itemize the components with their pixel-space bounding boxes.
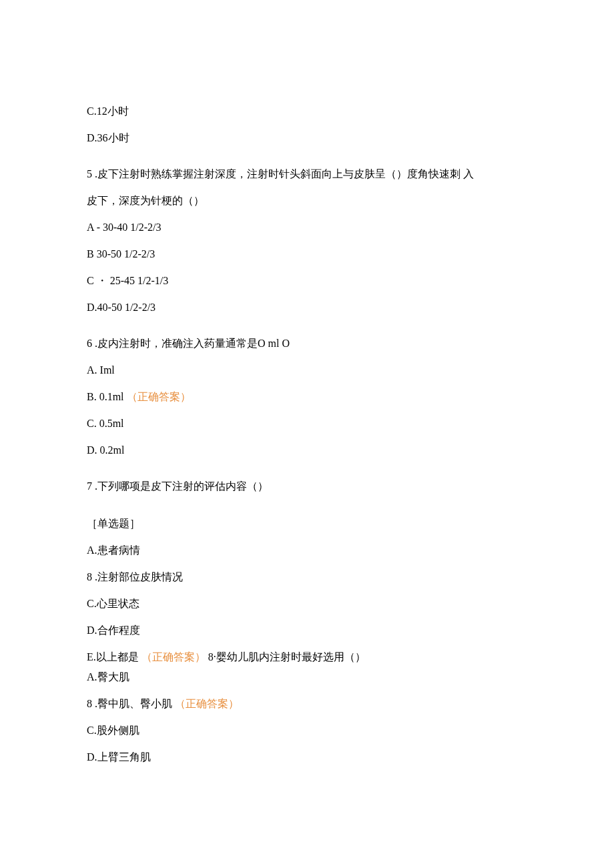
question-5-cont: 皮下，深度为针梗的（） [87, 193, 527, 209]
correct-answer-marker: （正确答案） [141, 651, 206, 663]
q6-option-c: C. 0.5ml [87, 416, 527, 432]
q7-option-d: D.合作程度 [87, 622, 527, 638]
question-7: 7 .下列哪项是皮下注射的评估内容（） [87, 478, 527, 494]
q5-option-b: B 30-50 1/2-2/3 [87, 246, 527, 262]
q8-option-c: C.股外侧肌 [87, 723, 527, 739]
q6-option-a: A. Iml [87, 362, 527, 378]
q8-option-a: A.臀大肌 [87, 669, 527, 685]
q5-option-d: D.40-50 1/2-2/3 [87, 300, 527, 316]
q5-option-a: A - 30-40 1/2-2/3 [87, 220, 527, 236]
correct-answer-marker: （正确答案） [175, 698, 239, 709]
q8-option-b: 8 .臀中肌、臀小肌 （正确答案） [87, 696, 527, 712]
q7-option-c: C.心里状态 [87, 596, 527, 612]
q7-option-e-text: E.以上都是 [87, 651, 139, 663]
question-6: 6 .皮内注射时，准确注入药量通常是O ml O [87, 336, 527, 352]
correct-answer-marker: （正确答案） [127, 391, 191, 402]
option-d: D.36小时 [87, 130, 527, 146]
q6-option-b-text: B. 0.1ml [87, 391, 124, 402]
question-type-label: ［单选题］ [87, 516, 527, 532]
q7-option-8: 8 .注射部位皮肤情况 [87, 569, 527, 585]
q8-option-d: D.上臂三角肌 [87, 749, 527, 765]
q8-option-b-text: 8 .臀中肌、臀小肌 [87, 698, 172, 709]
q6-option-b: B. 0.1ml （正确答案） [87, 389, 527, 405]
q6-option-d: D. 0.2ml [87, 442, 527, 458]
option-c: C.12小时 [87, 103, 527, 119]
q7-option-a: A.患者病情 [87, 542, 527, 558]
q5-option-c: C ・ 25-45 1/2-1/3 [87, 273, 527, 289]
q7-option-e-post: 8∙婴幼儿肌内注射时最好选用（） [208, 651, 366, 663]
question-5: 5 .皮下注射时熟练掌握注射深度，注射时针头斜面向上与皮肤呈（）度角快速刺 入 [87, 166, 527, 182]
q7-option-e: E.以上都是 （正确答案） 8∙婴幼儿肌内注射时最好选用（） [87, 649, 527, 665]
